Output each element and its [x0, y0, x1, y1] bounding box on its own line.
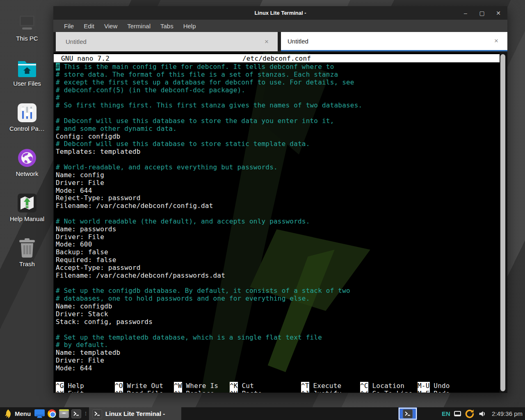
nano-line: # Debconf will use this database to stor… — [56, 117, 500, 125]
nano-line — [56, 326, 500, 334]
minimize-button[interactable]: – — [462, 10, 469, 16]
chrome-launcher[interactable] — [46, 407, 58, 420]
terminal-icon — [71, 409, 81, 418]
menu-terminal[interactable]: Terminal — [123, 21, 155, 31]
nano-shortcut-replace: ^\ Replace — [174, 390, 214, 393]
tab-bar: Untitled×Untitled× — [53, 32, 507, 52]
desktop: This PC User Files Control Pa… Network H… — [0, 0, 525, 420]
nano-line: # Set up the templatedb database, which … — [56, 334, 500, 342]
nano-shortcut-paste: ^U Paste — [230, 390, 262, 393]
taskbar: Menu ⁞ Linux Lite Terminal - — [0, 407, 525, 420]
menu-label: Menu — [15, 410, 31, 417]
menu-view[interactable]: View — [100, 21, 121, 31]
close-button[interactable]: ✕ — [495, 10, 502, 16]
nano-line: # This is the main config file for debco… — [56, 63, 500, 71]
chrome-icon — [48, 409, 56, 418]
tab-1-untitled[interactable]: Untitled× — [281, 32, 507, 51]
nano-line: # — [56, 94, 500, 102]
nano-line: # World-readable, and accepts everything… — [56, 164, 500, 171]
window-titlebar[interactable]: Linux Lite Terminal - – ▢ ✕ — [53, 6, 507, 20]
menu-tabs[interactable]: Tabs — [156, 21, 178, 31]
nano-line: Mode: 644 — [56, 187, 500, 195]
shortcut-key: ^C — [360, 382, 368, 390]
maximize-button[interactable]: ▢ — [479, 10, 485, 16]
file-manager-launcher[interactable] — [33, 407, 46, 420]
desktop-icon-network[interactable]: Network — [4, 147, 50, 177]
home-folder-icon — [4, 57, 50, 77]
menu-help[interactable]: Help — [179, 21, 200, 31]
nano-line: Reject-Type: password — [56, 194, 500, 202]
nano-shortcut-read-file: ^R Read File — [115, 390, 163, 393]
nano-line: # So first things first. This first stan… — [56, 102, 500, 110]
nano-line: Backup: false — [56, 249, 500, 256]
desktop-icon-label: Help Manual — [4, 215, 50, 222]
nano-shortcut-redo: M-E Redo — [418, 390, 450, 393]
desktop-icon-trash[interactable]: Trash — [4, 237, 50, 267]
menu-edit[interactable]: Edit — [80, 21, 98, 31]
nano-shortcut-execute: ^T Execute — [301, 382, 341, 390]
desktop-icon-label: Trash — [4, 260, 50, 267]
nano-line: Config: configdb — [56, 133, 500, 141]
shortcut-key: ^W — [174, 382, 182, 390]
terminal-screen[interactable]: GNU nano 7.2 /etc/debconf.conf # This is… — [54, 52, 500, 393]
desktop-icon-user-files[interactable]: User Files — [4, 57, 50, 87]
keyboard-layout-indicator[interactable]: EN — [442, 410, 450, 417]
nano-shortcut-cut: ^K Cut — [230, 382, 254, 390]
terminal-icon — [403, 409, 413, 418]
tab-0-untitled[interactable]: Untitled× — [56, 32, 278, 51]
file-manager-icon — [34, 409, 45, 418]
manual-icon — [4, 192, 50, 212]
desktop-icon-label: Control Pa… — [4, 125, 50, 132]
nano-line: Driver: File — [56, 233, 500, 241]
desktop-icon-label: This PC — [4, 35, 50, 42]
desktop-icon-control-panel[interactable]: Control Pa… — [4, 102, 50, 132]
taskbar-separator: ⁞ — [82, 411, 88, 417]
archive-launcher[interactable] — [58, 407, 70, 420]
nano-line: Name: templatedb — [56, 349, 500, 357]
nano-line — [56, 210, 500, 218]
nano-line: # Not world readable (the default), and … — [56, 218, 500, 226]
nano-line: Name: config — [56, 171, 500, 179]
computer-icon — [4, 11, 50, 32]
nano-line — [56, 110, 500, 117]
archive-icon — [59, 409, 69, 418]
desktop-icon-this-pc[interactable]: This PC — [4, 11, 50, 42]
nano-line: Mode: 600 — [56, 241, 500, 249]
start-menu-button[interactable]: Menu — [3, 407, 33, 420]
terminal-launcher[interactable] — [70, 407, 82, 420]
shortcut-key: M-U — [418, 382, 430, 390]
nano-shortcut-help: ^G Help — [56, 382, 84, 390]
tab-close-icon[interactable]: × — [261, 38, 272, 46]
shortcut-key: ^K — [230, 382, 238, 390]
nano-shortcut-undo: M-U Undo — [418, 382, 450, 390]
nano-edit-area[interactable]: # This is the main config file for debco… — [56, 63, 500, 372]
menu-bar: FileEditViewTerminalTabsHelp — [53, 20, 507, 32]
text-cursor: # — [56, 63, 60, 71]
nano-line: Accept-Type: password — [56, 264, 500, 272]
nano-line: # Set up the configdb database. By defau… — [56, 287, 500, 295]
nano-shortcut-write-out: ^O Write Out — [115, 382, 163, 390]
nano-line: Templates: templatedb — [56, 148, 500, 156]
volume-icon[interactable] — [478, 410, 486, 418]
nano-line — [56, 156, 500, 164]
sliders-icon — [4, 102, 50, 122]
nano-line: Required: false — [56, 256, 500, 264]
task-button-label: Linux Lite Terminal - — [105, 410, 165, 417]
nano-line: Driver: File — [56, 357, 500, 365]
tab-close-icon[interactable]: × — [491, 37, 502, 45]
taskbar-clock[interactable]: 2:49:36 pm — [492, 410, 523, 417]
terminal-icon — [92, 409, 102, 418]
updates-tray-icon[interactable] — [465, 409, 475, 419]
terminal-scrollbar[interactable] — [500, 54, 505, 391]
nano-line — [56, 280, 500, 288]
nano-line: Stack: config, passwords — [56, 318, 500, 326]
nano-filename: /etc/debconf.conf — [54, 55, 500, 62]
terminal-tray-indicator[interactable] — [399, 408, 417, 420]
globe-icon — [4, 147, 50, 167]
display-tray-icon[interactable] — [454, 411, 461, 416]
menu-file[interactable]: File — [60, 21, 78, 31]
desktop-icon-help-manual[interactable]: Help Manual — [4, 192, 50, 222]
task-button-terminal[interactable]: Linux Lite Terminal - — [89, 407, 182, 420]
nano-line: # and some other dynamic data. — [56, 125, 500, 133]
nano-shortcut-where-is: ^W Where Is — [174, 382, 218, 390]
